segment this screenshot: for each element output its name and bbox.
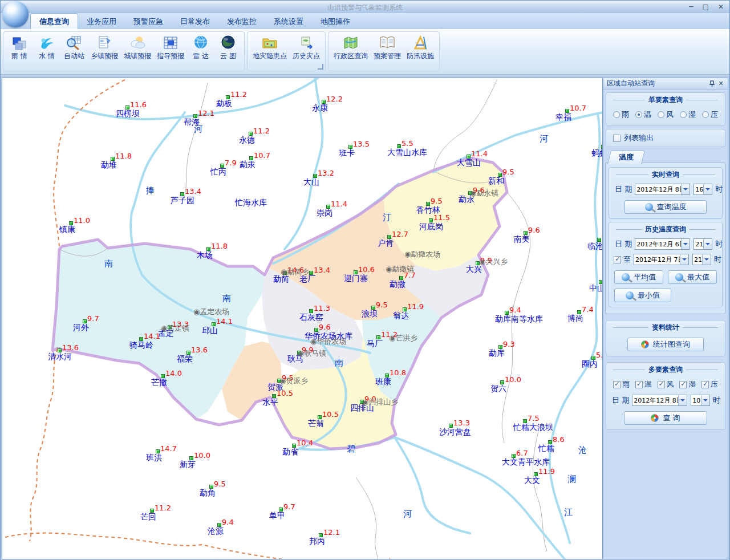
toolbar-button-云图[interactable]: 云 图: [214, 33, 242, 68]
chevron-down-icon[interactable]: [680, 254, 688, 265]
multi-element-checkbox-风[interactable]: 风: [658, 379, 674, 389]
app-window: 山洪预警与气象监测系统 ─ □ ✕ 信息查询业务应用预警应急日常发布发布监控系统…: [0, 0, 730, 560]
element-radio-压[interactable]: 压: [702, 109, 718, 120]
element-radio-风[interactable]: 风: [658, 109, 674, 120]
map-view[interactable]: 11.6四楞坝11.2勐板12.2永康12.1帮海11.8勐堆11.2永德13.…: [2, 78, 603, 559]
pin-icon[interactable]: [707, 79, 716, 88]
town-label-勐简乡: ◉勐简乡: [281, 267, 309, 277]
history-from-date-combo[interactable]: 2012年12月 6日: [635, 238, 690, 250]
realtime-date-combo[interactable]: 2012年12月 8日: [635, 184, 690, 195]
menu-tab-7[interactable]: 地图操作: [312, 14, 359, 29]
station-value: 9.5: [214, 480, 226, 488]
menu-tab-1[interactable]: 信息查询: [30, 13, 78, 29]
group-expander-icon[interactable]: [318, 64, 323, 70]
station-name: 翁达: [393, 311, 409, 321]
query-temperature-button[interactable]: 查询温度: [624, 200, 707, 214]
station-name: 马厂: [367, 339, 383, 349]
multi-date-combo[interactable]: 2012年12月 8日: [632, 395, 687, 406]
toolbar-button-历史灾点[interactable]: 历史灾点: [290, 33, 323, 68]
toolbar-button-行政区查询[interactable]: 行政区查询: [331, 33, 371, 68]
element-radio-温[interactable]: 温: [635, 109, 651, 120]
single-query-title: 单要素查询: [648, 95, 683, 105]
multi-query-button[interactable]: 查 询: [624, 411, 707, 425]
toolbar-button-雨情[interactable]: 雨 情: [6, 33, 33, 68]
multi-element-checkbox-雨[interactable]: 雨: [613, 379, 630, 389]
station-value: 14.7: [160, 444, 177, 453]
multi-element-checkbox-温[interactable]: 温: [635, 379, 652, 389]
station-value: 9.5: [376, 301, 388, 309]
map-label: 忙海水库: [235, 198, 267, 208]
river-label: 汀: [383, 212, 391, 223]
station-name: 四楞坝: [116, 109, 140, 119]
station-name: 单甲: [269, 511, 285, 521]
station-value: 14.1: [216, 317, 233, 326]
realtime-hour-spinner[interactable]: 16: [694, 184, 712, 195]
panel-close-icon[interactable]: ✕: [716, 79, 725, 88]
menu-tab-3[interactable]: 预警应急: [125, 14, 172, 29]
chevron-down-icon[interactable]: [701, 395, 709, 405]
station-name: 博尚: [567, 314, 583, 324]
toolbar-button-乡镇预报[interactable]: 乡镇预报: [88, 33, 121, 68]
multi-element-checkbox-压[interactable]: 压: [701, 379, 718, 389]
station-name: 镇康: [59, 225, 75, 235]
station-name: 沧源: [208, 526, 224, 537]
toolbar-button-预案管理[interactable]: 预案管理: [371, 33, 404, 68]
toolbar-button-地灾隐患点[interactable]: 地灾隐患点: [250, 33, 290, 68]
menu-tab-2[interactable]: 业务应用: [78, 14, 125, 29]
maximize-button[interactable]: □: [703, 2, 709, 11]
max-value-button[interactable]: 最大值: [668, 270, 717, 284]
toolbar-button-防汛设施[interactable]: 防汛设施: [404, 33, 437, 68]
region-station-query-panel: 区域自动站查询 ✕ 单要素查询 雨温风湿压 列表输出 温度: [603, 78, 728, 559]
element-radio-湿[interactable]: 湿: [680, 109, 696, 120]
list-output-option[interactable]: 列表输出: [609, 131, 723, 145]
chevron-down-icon[interactable]: [703, 239, 712, 249]
history-from-hour-spinner[interactable]: 21: [694, 238, 712, 250]
window-title: 山洪预警与气象监测系统: [1, 3, 729, 13]
statistics-chart-query-button[interactable]: 统计图查询: [627, 338, 704, 351]
menu-tab-6[interactable]: 系统设置: [265, 14, 312, 29]
plan-icon: [378, 34, 396, 52]
toolbar-button-指导预报[interactable]: 指导预报: [154, 33, 187, 68]
value-tab-row: 温度: [609, 151, 728, 163]
multi-element-checkbox-湿[interactable]: 湿: [679, 379, 696, 389]
station-value: 9.7: [87, 314, 99, 323]
element-radio-雨[interactable]: 雨: [613, 109, 629, 120]
station-name: 芦子园: [171, 196, 194, 206]
menu-tab-5[interactable]: 发布监控: [218, 14, 265, 29]
toolbar-group-3: 行政区查询预案管理防汛设施: [328, 31, 440, 71]
chevron-down-icon[interactable]: [681, 239, 690, 249]
station-value: 9.5: [502, 168, 514, 176]
toolbar-button-雷达[interactable]: 雷 达: [187, 33, 214, 68]
average-value-button[interactable]: 平均值: [614, 270, 663, 284]
station-name: 勐省: [282, 447, 298, 457]
toolbar-group-1: 雨 情水 情自动站乡镇预报城镇预报指导预报雷 达云 图: [3, 31, 245, 71]
history-to-checkbox[interactable]: [614, 256, 621, 263]
toolbar-button-自动站[interactable]: 自动站: [60, 33, 88, 68]
station-name: 芒翁: [308, 419, 324, 429]
station-name: 永康: [312, 103, 328, 113]
list-output-checkbox[interactable]: [613, 135, 620, 142]
station-value: 11.2: [253, 127, 270, 135]
station-value: 12.2: [326, 95, 343, 103]
station-name: 迎门寨: [344, 274, 368, 284]
chevron-down-icon[interactable]: [703, 184, 712, 194]
toolbar-button-城镇预报[interactable]: 城镇预报: [121, 33, 154, 68]
tab-temperature[interactable]: 温度: [607, 151, 645, 164]
min-value-button[interactable]: 最小值: [614, 289, 671, 302]
history-to-date-combo[interactable]: 2012年12月 7日: [634, 254, 689, 265]
minimize-button[interactable]: ─: [689, 2, 693, 11]
station-name: 大雪山水库: [387, 148, 427, 158]
history-to-hour-spinner[interactable]: 21: [692, 254, 711, 265]
close-button[interactable]: ✕: [718, 2, 724, 11]
history-hour-unit: 时: [715, 239, 723, 249]
chevron-down-icon[interactable]: [681, 184, 690, 194]
multi-hour-spinner[interactable]: 10: [691, 395, 710, 406]
chevron-down-icon[interactable]: [678, 395, 687, 405]
chevron-down-icon[interactable]: [702, 254, 711, 265]
menu-tab-4[interactable]: 日常发布: [172, 14, 218, 29]
hazard-icon: [261, 34, 279, 52]
history-title: 历史温度查询: [645, 225, 686, 234]
station-name: 浪坝: [362, 309, 378, 319]
station-value: 12.7: [392, 230, 408, 238]
toolbar-button-水情[interactable]: 水 情: [33, 33, 60, 68]
